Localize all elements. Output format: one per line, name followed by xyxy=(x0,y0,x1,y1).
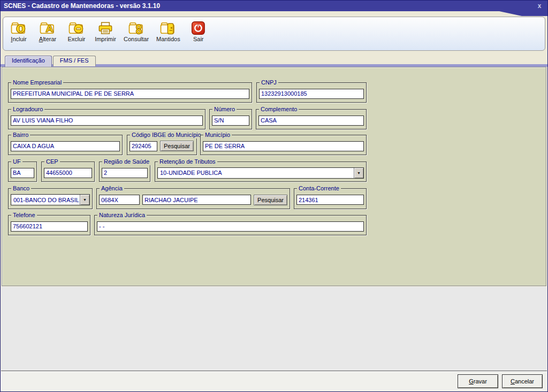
folder-insert-icon xyxy=(10,21,28,35)
regiao-saude-input[interactable] xyxy=(102,168,148,178)
numero-label: Número xyxy=(212,105,237,113)
telefone-label: Telefone xyxy=(11,211,37,219)
consultar-label: Consultar xyxy=(124,35,149,43)
numero-group: Número xyxy=(209,109,252,129)
codigo-ibge-group: Código IBGE do Município Pesquisar xyxy=(127,135,197,155)
logradouro-group: Logradouro xyxy=(8,109,206,129)
bairro-label: Bairro xyxy=(11,131,30,139)
municipio-group: Município xyxy=(200,135,367,155)
retencao-tributos-select[interactable]: 10-UNIDADE PUBLICA ▼ xyxy=(157,167,364,179)
app-window: SCNES - Cadastro de Mantenedoras - versã… xyxy=(0,0,548,392)
tab-strip: Identificação FMS / FES xyxy=(5,56,97,67)
nome-empresarial-input[interactable] xyxy=(11,89,249,99)
uf-input[interactable] xyxy=(11,168,34,178)
close-icon[interactable]: x xyxy=(535,2,544,10)
mantidos-label: Mantidos xyxy=(156,35,180,43)
excluir-label: Excluir xyxy=(67,35,85,43)
cep-group: CEP xyxy=(41,162,95,182)
sair-label: Sair xyxy=(193,35,204,43)
logradouro-input[interactable] xyxy=(11,116,203,126)
banco-value: 001-BANCO DO BRASIL xyxy=(11,197,80,203)
conta-corrente-group: Conta-Corrente xyxy=(294,188,367,209)
folder-delete-icon xyxy=(67,21,86,35)
svg-text:A: A xyxy=(46,23,54,34)
natureza-juridica-input[interactable] xyxy=(97,221,364,232)
municipio-input[interactable] xyxy=(203,141,364,151)
conta-corrente-label: Conta-Corrente xyxy=(297,185,341,192)
retencao-tributos-label: Retenção de Tributos xyxy=(158,158,217,165)
telefone-group: Telefone xyxy=(8,215,90,235)
banco-label: Banco xyxy=(11,185,31,192)
complemento-group: Complemento xyxy=(256,109,367,129)
consultar-button[interactable]: Consultar xyxy=(122,20,150,44)
toolbar: Incluir A Alterar Excluir xyxy=(3,17,545,51)
chevron-down-icon[interactable]: ▼ xyxy=(80,195,89,205)
numero-input[interactable] xyxy=(212,116,249,126)
telefone-input[interactable] xyxy=(11,221,88,232)
folder-kept-icon xyxy=(159,21,177,35)
municipio-label: Município xyxy=(203,131,232,139)
banco-select[interactable]: 001-BANCO DO BRASIL ▼ xyxy=(11,194,90,205)
title-bar: SCNES - Cadastro de Mantenedoras - versã… xyxy=(1,1,547,11)
nome-empresarial-label: Nome Empresarial xyxy=(11,79,63,86)
retencao-tributos-group: Retenção de Tributos 10-UNIDADE PUBLICA … xyxy=(155,162,367,182)
mantidos-button[interactable]: Mantidos xyxy=(155,20,182,44)
window-title: SCNES - Cadastro de Mantenedoras - versã… xyxy=(4,2,160,10)
codigo-ibge-label: Código IBGE do Município xyxy=(130,131,203,139)
tab-identificacao[interactable]: Identificação xyxy=(5,56,52,67)
imprimir-button[interactable]: Imprimir xyxy=(93,20,118,44)
regiao-saude-label: Região de Saúde xyxy=(102,158,151,165)
agencia-group: Agência Pesquisar xyxy=(96,188,290,209)
alterar-button[interactable]: A Alterar xyxy=(35,20,60,44)
agencia-codigo-input[interactable] xyxy=(99,195,140,205)
power-exit-icon xyxy=(189,21,208,35)
incluir-button[interactable]: Incluir xyxy=(6,20,31,44)
cep-label: CEP xyxy=(44,158,60,165)
tab-fms-fes[interactable]: FMS / FES xyxy=(53,56,96,66)
codigo-ibge-pesquisar-button[interactable]: Pesquisar xyxy=(160,141,194,151)
natureza-juridica-label: Natureza Jurídica xyxy=(97,211,147,219)
bairro-group: Bairro xyxy=(8,135,123,155)
footer-bar: Gravar Cancelar xyxy=(1,371,547,391)
uf-label: UF xyxy=(11,158,22,165)
agencia-nome-input[interactable] xyxy=(142,195,251,205)
folder-search-icon xyxy=(127,21,146,35)
alterar-label: Alterar xyxy=(39,35,56,43)
agencia-pesquisar-button[interactable]: Pesquisar xyxy=(254,195,287,205)
cnpj-group: CNPJ xyxy=(256,82,367,103)
cep-input[interactable] xyxy=(44,168,92,178)
logradouro-label: Logradouro xyxy=(11,105,44,113)
gravar-button[interactable]: Gravar xyxy=(458,374,498,388)
retencao-tributos-value: 10-UNIDADE PUBLICA xyxy=(158,170,354,176)
bairro-input[interactable] xyxy=(11,141,120,151)
complemento-input[interactable] xyxy=(258,116,364,126)
regiao-saude-group: Região de Saúde xyxy=(99,162,150,182)
codigo-ibge-input[interactable] xyxy=(130,141,157,151)
cancelar-button[interactable]: Cancelar xyxy=(502,374,543,388)
nome-empresarial-group: Nome Empresarial xyxy=(8,82,252,103)
gravar-label: Gravar xyxy=(458,378,498,385)
sair-button[interactable]: Sair xyxy=(186,20,211,44)
natureza-juridica-group: Natureza Jurídica xyxy=(94,215,367,235)
banco-group: Banco 001-BANCO DO BRASIL ▼ xyxy=(8,188,93,209)
folder-edit-icon: A xyxy=(39,21,57,35)
identificacao-page: Nome Empresarial CNPJ Logradouro Número … xyxy=(2,67,546,286)
incluir-label: Incluir xyxy=(11,35,26,43)
cnpj-label: CNPJ xyxy=(260,79,278,86)
complemento-label: Complemento xyxy=(259,105,299,113)
agencia-label: Agência xyxy=(100,185,124,192)
cancelar-label: Cancelar xyxy=(503,378,542,385)
conta-corrente-input[interactable] xyxy=(296,195,364,205)
printer-icon xyxy=(96,21,115,35)
cnpj-input[interactable] xyxy=(259,89,364,99)
chevron-down-icon[interactable]: ▼ xyxy=(354,168,363,178)
excluir-button[interactable]: Excluir xyxy=(64,20,89,44)
uf-group: UF xyxy=(8,162,37,182)
imprimir-label: Imprimir xyxy=(95,35,116,43)
titlebar-accent-shape xyxy=(499,11,547,16)
